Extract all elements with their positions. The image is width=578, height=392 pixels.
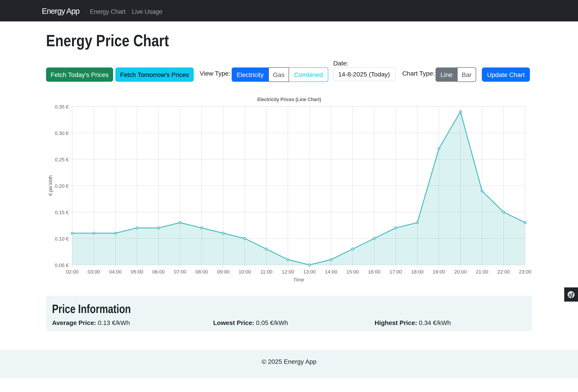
svg-text:Energy Price Chart: Energy Price Chart bbox=[46, 32, 169, 50]
svg-text:08:00: 08:00 bbox=[195, 269, 208, 275]
svg-text:0.10 €: 0.10 € bbox=[55, 236, 69, 242]
svg-text:16:00: 16:00 bbox=[368, 269, 381, 275]
svg-text:10:00: 10:00 bbox=[239, 269, 251, 275]
svg-text:Energy App: Energy App bbox=[42, 6, 80, 15]
svg-text:18:00: 18:00 bbox=[411, 269, 424, 275]
svg-text:05:00: 05:00 bbox=[131, 269, 143, 275]
svg-text:0.35 €: 0.35 € bbox=[55, 104, 69, 110]
svg-text:0.05 €: 0.05 € bbox=[55, 262, 69, 268]
svg-text:12:00: 12:00 bbox=[282, 269, 294, 275]
svg-text:Electricity: Electricity bbox=[237, 71, 264, 78]
svg-text:Line: Line bbox=[440, 71, 452, 78]
svg-text:Chart Type:: Chart Type: bbox=[402, 70, 435, 77]
svg-text:Fetch Today's Prices: Fetch Today's Prices bbox=[50, 71, 109, 78]
svg-text:€ per kWh: € per kWh bbox=[48, 175, 53, 196]
svg-text:Lowest Price: 0.05 €/kWh: Lowest Price: 0.05 €/kWh bbox=[213, 319, 288, 326]
svg-text:View Type:: View Type: bbox=[200, 70, 230, 77]
svg-text:14:00: 14:00 bbox=[325, 269, 337, 275]
svg-text:0.30 €: 0.30 € bbox=[55, 131, 69, 136]
svg-text:Bar: Bar bbox=[462, 71, 472, 78]
svg-text:0.25 €: 0.25 € bbox=[55, 157, 69, 163]
svg-text:Live Usage: Live Usage bbox=[132, 8, 162, 15]
svg-text:17:00: 17:00 bbox=[389, 269, 402, 275]
svg-text:0.15 €: 0.15 € bbox=[55, 210, 69, 215]
svg-text:14-8-2025 (Today): 14-8-2025 (Today) bbox=[338, 71, 390, 78]
svg-text:Combined: Combined bbox=[294, 71, 323, 78]
svg-text:Time: Time bbox=[293, 277, 304, 283]
svg-text:Update Chart: Update Chart bbox=[487, 71, 525, 78]
svg-text:19:00: 19:00 bbox=[433, 269, 445, 275]
svg-text:0.20 €: 0.20 € bbox=[55, 183, 69, 189]
svg-text:20:00: 20:00 bbox=[454, 269, 467, 275]
svg-text:07:00: 07:00 bbox=[174, 269, 186, 275]
svg-text:06:00: 06:00 bbox=[152, 269, 165, 275]
svg-text:15:00: 15:00 bbox=[346, 269, 359, 275]
svg-text:Fetch Tomorrow's Prices: Fetch Tomorrow's Prices bbox=[120, 71, 189, 78]
svg-text:13:00: 13:00 bbox=[303, 269, 316, 275]
svg-text:03:00: 03:00 bbox=[88, 269, 100, 275]
svg-text:Highest Price: 0.34 €/kWh: Highest Price: 0.34 €/kWh bbox=[375, 319, 451, 326]
svg-text:Average Price: 0.13 €/kWh: Average Price: 0.13 €/kWh bbox=[52, 319, 130, 326]
svg-text:Energy Chart: Energy Chart bbox=[90, 8, 126, 15]
svg-text:© 2025 Energy App: © 2025 Energy App bbox=[261, 358, 316, 365]
svg-text:23:00: 23:00 bbox=[519, 269, 531, 275]
svg-text:21:00: 21:00 bbox=[476, 269, 488, 275]
svg-text:Date:: Date: bbox=[333, 60, 348, 67]
svg-text:Price Information: Price Information bbox=[52, 302, 131, 315]
svg-text:11:00: 11:00 bbox=[260, 269, 272, 275]
svg-text:sf: sf bbox=[569, 291, 574, 298]
svg-text:02:00: 02:00 bbox=[66, 269, 78, 275]
svg-text:Gas: Gas bbox=[273, 71, 285, 78]
svg-text:22:00: 22:00 bbox=[497, 269, 510, 275]
svg-text:04:00: 04:00 bbox=[109, 269, 121, 275]
svg-text:09:00: 09:00 bbox=[217, 269, 229, 275]
svg-text:Electricity Prices (Line Chart: Electricity Prices (Line Chart) bbox=[257, 97, 321, 102]
